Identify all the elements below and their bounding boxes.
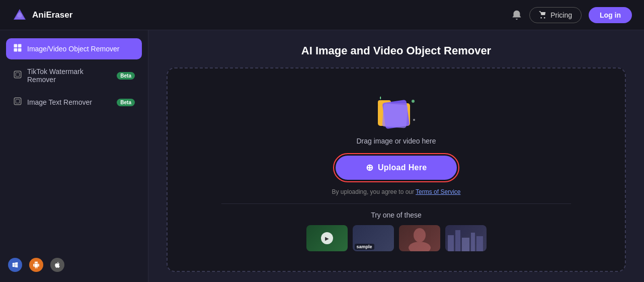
android-platform-icon[interactable] <box>29 258 43 272</box>
page-title: AI Image and Video Object Remover <box>167 44 626 57</box>
header: AniEraser Pricing Log in <box>0 0 644 30</box>
brand-area: AniEraser <box>12 8 72 23</box>
object-remover-icon <box>13 43 22 54</box>
brand-name: AniEraser <box>32 10 72 20</box>
login-label: Log in <box>600 11 621 19</box>
sidebar: Image/Video Object Remover TikTok Waterm… <box>0 30 148 282</box>
beta-badge: Beta <box>117 72 135 80</box>
divider <box>221 203 571 204</box>
sample-thumb-video[interactable]: ▶ <box>306 225 348 251</box>
pricing-label: Pricing <box>550 11 572 19</box>
drag-text: Drag image or video here <box>357 137 436 145</box>
platform-icons <box>6 254 142 274</box>
svg-point-18 <box>414 228 426 242</box>
sidebar-item-label: Image Text Remover <box>27 98 92 106</box>
upload-area: Drag image or video here ⊕ Upload Here B… <box>167 67 626 272</box>
svg-rect-6 <box>18 48 22 52</box>
svg-rect-7 <box>14 71 21 78</box>
sidebar-item-label: Image/Video Object Remover <box>27 45 119 53</box>
text-remover-icon <box>13 97 22 108</box>
folder-illustration <box>374 92 419 130</box>
svg-rect-10 <box>16 99 20 103</box>
svg-rect-3 <box>14 44 18 48</box>
main-layout: Image/Video Object Remover TikTok Waterm… <box>0 30 644 282</box>
ios-platform-icon[interactable] <box>50 258 64 272</box>
svg-point-12 <box>412 100 415 103</box>
svg-point-17 <box>413 119 415 121</box>
sample-thumb-person[interactable] <box>399 225 440 251</box>
upload-button-wrapper: ⊕ Upload Here <box>333 153 460 182</box>
header-actions: Pricing Log in <box>511 7 632 23</box>
play-icon: ▶ <box>321 232 333 244</box>
terms-text: By uploading, you agree to our Terms of … <box>332 188 461 195</box>
terms-link[interactable]: Terms of Service <box>416 188 460 195</box>
windows-platform-icon[interactable] <box>8 258 22 272</box>
sidebar-item-tiktok-watermark-remover[interactable]: TikTok Watermark Remover Beta <box>6 62 142 89</box>
login-button[interactable]: Log in <box>589 7 632 23</box>
svg-rect-9 <box>14 98 21 105</box>
beta-badge: Beta <box>117 99 135 106</box>
upload-label: Upload Here <box>378 163 427 172</box>
plus-icon: ⊕ <box>366 162 373 173</box>
sample-label: sample <box>355 244 374 250</box>
tiktok-icon <box>13 70 22 81</box>
svg-point-19 <box>409 242 431 251</box>
sample-thumb-doc[interactable]: sample <box>353 225 394 251</box>
svg-rect-4 <box>18 44 22 48</box>
svg-point-2 <box>17 13 22 18</box>
svg-rect-22 <box>462 238 469 251</box>
sample-thumbnails: ▶ sample <box>306 225 487 251</box>
logo-icon <box>12 8 27 23</box>
bell-icon <box>511 10 522 21</box>
svg-rect-8 <box>16 73 20 77</box>
svg-rect-21 <box>455 230 460 251</box>
svg-rect-20 <box>448 235 454 251</box>
svg-rect-16 <box>382 103 408 128</box>
sidebar-item-image-video-object-remover[interactable]: Image/Video Object Remover <box>6 38 142 59</box>
svg-rect-5 <box>14 48 18 52</box>
notification-button[interactable] <box>511 10 522 21</box>
cart-icon <box>539 11 547 19</box>
svg-marker-11 <box>378 96 381 100</box>
main-content: AI Image and Video Object Remover <box>148 30 644 282</box>
sidebar-item-label: TikTok Watermark Remover <box>27 67 112 84</box>
upload-button[interactable]: ⊕ Upload Here <box>336 156 457 180</box>
svg-rect-23 <box>471 233 475 251</box>
sample-thumb-city[interactable] <box>445 225 487 251</box>
pricing-button[interactable]: Pricing <box>529 7 582 23</box>
svg-rect-24 <box>476 236 483 251</box>
sidebar-item-image-text-remover[interactable]: Image Text Remover Beta <box>6 92 142 113</box>
try-samples-label: Try one of these <box>371 211 422 219</box>
